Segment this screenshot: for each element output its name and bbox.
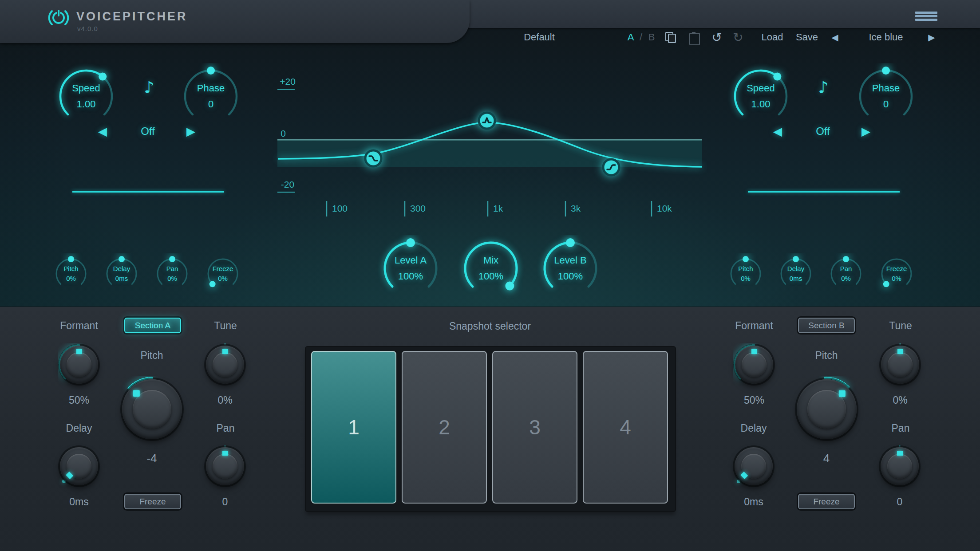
lfo-b-speed-knob[interactable]: Speed 1.00 bbox=[727, 63, 794, 130]
ab-compare-a[interactable]: A bbox=[625, 31, 636, 43]
skin-next-arrow-icon[interactable]: ▶ bbox=[925, 31, 938, 43]
mod-a-delay-knob[interactable]: Delay 0ms bbox=[101, 253, 142, 294]
section-a-tune-knob[interactable] bbox=[204, 343, 246, 386]
lfo-a-phase-knob[interactable]: Phase 0 bbox=[178, 63, 244, 130]
header-logo-panel bbox=[0, 0, 470, 43]
level-a-knob[interactable]: Level A 100% bbox=[377, 235, 444, 302]
lfo-a-speed-label: Speed bbox=[72, 80, 100, 96]
snapshot-selector-title: Snapshot selector bbox=[446, 320, 534, 332]
eq-minus20-label: -20 bbox=[281, 179, 294, 189]
hamburger-menu-icon[interactable] bbox=[915, 12, 937, 21]
mod-a-freeze-knob[interactable]: Freeze 0% bbox=[202, 253, 243, 294]
lfo-a-phase-label: Phase bbox=[197, 80, 225, 96]
section-b-tune-label: Tune bbox=[865, 320, 936, 332]
section-a-formant-knob[interactable] bbox=[58, 343, 100, 386]
section-b-pitch-knob[interactable] bbox=[793, 376, 860, 442]
section-a-tune-label: Tune bbox=[190, 320, 261, 332]
level-b-label: Level B bbox=[554, 252, 586, 268]
section-a-pan-value: 0 bbox=[190, 496, 261, 508]
section-a-freeze-button[interactable]: Freeze bbox=[124, 494, 181, 509]
mod-b-freeze-knob[interactable]: Freeze 0% bbox=[876, 253, 917, 294]
mod-b-pan-knob[interactable]: Pan 0% bbox=[826, 253, 866, 294]
eq-curve-display[interactable]: +20 0 -20 100 300 1k 3k bbox=[271, 73, 708, 220]
section-b-formant-label: Formant bbox=[719, 320, 790, 332]
eq-zero-label: 0 bbox=[281, 128, 286, 138]
lfo-a-sync-value[interactable]: Off bbox=[130, 125, 166, 138]
mod-a-pitch-value: 0% bbox=[66, 274, 76, 283]
section-b-pitch-label: Pitch bbox=[791, 350, 862, 362]
snapshot-cell-3[interactable]: 3 bbox=[492, 351, 577, 504]
section-b-freeze-button[interactable]: Freeze bbox=[798, 494, 855, 509]
power-logo-icon bbox=[47, 6, 70, 29]
ab-separator: / bbox=[637, 31, 644, 43]
plugin-version: v4.0.0 bbox=[77, 25, 98, 32]
section-a-pan-knob[interactable] bbox=[204, 445, 246, 488]
undo-icon[interactable]: ↺ bbox=[709, 31, 724, 43]
snapshot-cell-4[interactable]: 4 bbox=[583, 351, 668, 504]
lfo-a-next-arrow-icon[interactable]: ▶ bbox=[186, 125, 195, 138]
mod-a-delay-label: Delay bbox=[113, 264, 130, 274]
eq-node-high-shelf[interactable] bbox=[603, 159, 619, 175]
lfo-a-phase-value: 0 bbox=[208, 96, 213, 112]
lfo-b-note-sync-icon: ♪ bbox=[814, 78, 832, 96]
lfo-a-note-sync-icon: ♪ bbox=[140, 78, 158, 96]
section-a-pitch-label: Pitch bbox=[116, 350, 187, 362]
svg-text:3k: 3k bbox=[571, 203, 581, 213]
section-b-delay-knob[interactable] bbox=[732, 445, 775, 488]
section-b-button[interactable]: Section B bbox=[798, 318, 855, 333]
lfo-a-prev-arrow-icon[interactable]: ◀ bbox=[98, 125, 107, 138]
save-button[interactable]: Save bbox=[791, 31, 823, 43]
mod-b-freeze-label: Freeze bbox=[886, 264, 907, 274]
ab-compare-b[interactable]: B bbox=[646, 31, 657, 43]
section-b-formant-value: 50% bbox=[719, 394, 790, 406]
load-button[interactable]: Load bbox=[756, 31, 788, 43]
skin-name[interactable]: Ice blue bbox=[857, 31, 915, 43]
skin-prev-arrow-icon[interactable]: ◀ bbox=[828, 31, 842, 43]
section-a-tune-value: 0% bbox=[190, 394, 261, 406]
section-b-pan-label: Pan bbox=[865, 422, 936, 434]
eq-frequency-scale: 100 300 1k 3k 10k bbox=[327, 201, 672, 216]
level-b-knob[interactable]: Level B 100% bbox=[537, 235, 604, 302]
copy-icon[interactable] bbox=[665, 32, 677, 43]
section-a-delay-value: 0ms bbox=[43, 496, 115, 508]
section-a-button[interactable]: Section A bbox=[124, 318, 181, 333]
lfo-b-phase-knob[interactable]: Phase 0 bbox=[853, 63, 919, 130]
lfo-b-sync-value[interactable]: Off bbox=[805, 125, 841, 138]
preset-name[interactable]: Default bbox=[508, 31, 570, 43]
mod-b-delay-label: Delay bbox=[787, 264, 804, 274]
redo-icon[interactable]: ↻ bbox=[731, 31, 746, 43]
section-a-delay-knob[interactable] bbox=[58, 445, 100, 488]
mod-a-pitch-knob[interactable]: Pitch 0% bbox=[51, 253, 91, 294]
section-a-formant-label: Formant bbox=[43, 320, 115, 332]
svg-text:300: 300 bbox=[410, 203, 426, 213]
mix-knob[interactable]: Mix 100% bbox=[458, 235, 524, 302]
mod-b-pitch-knob[interactable]: Pitch 0% bbox=[725, 253, 766, 294]
lfo-b-next-arrow-icon[interactable]: ▶ bbox=[861, 125, 870, 138]
section-b-pan-knob[interactable] bbox=[878, 445, 921, 488]
paste-icon[interactable] bbox=[689, 33, 700, 45]
section-b-delay-value: 0ms bbox=[718, 496, 789, 508]
lfo-a-speed-knob[interactable]: Speed 1.00 bbox=[53, 63, 119, 130]
snapshot-cell-1[interactable]: 1 bbox=[311, 351, 396, 504]
lfo-b-phase-label: Phase bbox=[872, 80, 900, 96]
eq-node-low-shelf[interactable] bbox=[365, 150, 381, 166]
svg-text:100: 100 bbox=[332, 203, 348, 213]
section-a-pitch-knob[interactable] bbox=[119, 376, 185, 442]
lfo-b-speed-value: 1.00 bbox=[751, 96, 771, 112]
mod-a-pan-label: Pan bbox=[166, 264, 178, 274]
level-b-value: 100% bbox=[558, 268, 583, 284]
section-b-formant-knob[interactable] bbox=[733, 343, 775, 386]
lfo-b-prev-arrow-icon[interactable]: ◀ bbox=[773, 125, 782, 138]
mod-b-pan-value: 0% bbox=[841, 274, 851, 283]
mod-a-pan-knob[interactable]: Pan 0% bbox=[152, 253, 193, 294]
mod-a-freeze-value: 0% bbox=[218, 274, 228, 283]
snapshot-selector: 1 2 3 4 bbox=[306, 347, 675, 511]
mod-b-pitch-value: 0% bbox=[741, 274, 751, 283]
section-b-tune-knob[interactable] bbox=[879, 343, 921, 386]
mod-b-delay-knob[interactable]: Delay 0ms bbox=[775, 253, 816, 294]
section-b-pan-value: 0 bbox=[864, 496, 935, 508]
eq-node-peak[interactable] bbox=[479, 113, 495, 129]
section-a-pitch-value: -4 bbox=[116, 452, 187, 465]
snapshot-cell-2[interactable]: 2 bbox=[402, 351, 487, 504]
lfo-a-waveform-display bbox=[72, 191, 224, 193]
